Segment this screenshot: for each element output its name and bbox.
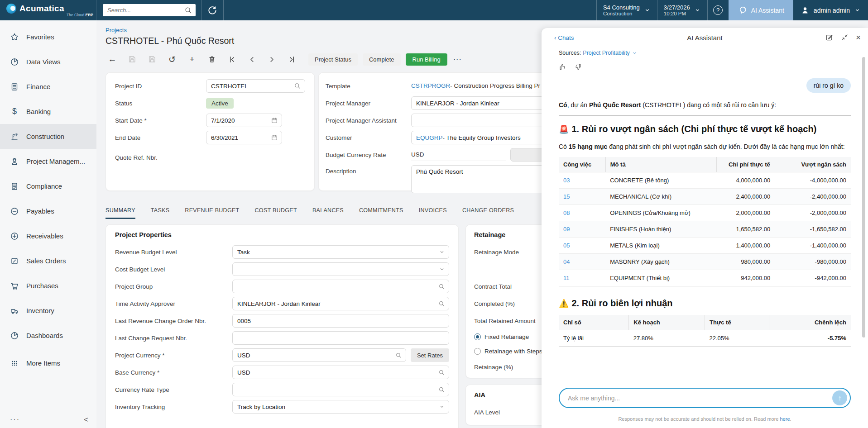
sidebar-collapse-icon[interactable]: <: [84, 415, 88, 424]
currency-rate-type-field[interactable]: [232, 383, 449, 396]
worker-icon: [10, 157, 19, 166]
search-icon[interactable]: [395, 352, 402, 359]
inventory-tracking-select[interactable]: Track by Location: [232, 400, 449, 414]
tab-commitments[interactable]: COMMITMENTS: [359, 207, 403, 219]
project-currency-field[interactable]: USD: [232, 348, 406, 362]
save-close-button[interactable]: [125, 53, 139, 66]
sidebar-item-dashboards[interactable]: Dashboards: [0, 323, 96, 348]
sidebar-item-inventory[interactable]: Inventory: [0, 298, 96, 323]
search-icon[interactable]: [438, 369, 445, 376]
base-currency-field[interactable]: USD: [232, 366, 449, 379]
trash-icon: [207, 55, 216, 64]
acumatica-logo[interactable]: Acumatica The Cloud ERP: [0, 0, 96, 20]
send-button[interactable]: ↑: [832, 390, 847, 405]
time-activity-approver-field[interactable]: KINLEARJOR - Jordan Kinlear: [232, 297, 449, 310]
revenue-budget-level-select[interactable]: Task: [232, 245, 449, 259]
chevron-down-icon[interactable]: [439, 249, 445, 255]
undo-button[interactable]: ↺: [165, 53, 179, 66]
tab-revenue-budget[interactable]: REVENUE BUDGET: [185, 207, 239, 219]
sidebar-item-purchases[interactable]: Purchases: [0, 273, 96, 298]
sidebar-item-favorites[interactable]: Favorites: [0, 24, 96, 49]
calendar-icon[interactable]: [271, 134, 278, 141]
chevron-down-icon[interactable]: [632, 50, 638, 56]
last-change-request-field[interactable]: [232, 331, 449, 345]
user-menu[interactable]: admin admin: [793, 0, 868, 20]
end-date-field[interactable]: 6/30/2021: [206, 131, 282, 144]
tab-tasks[interactable]: TASKS: [151, 207, 170, 219]
project-status-button[interactable]: Project Status: [308, 53, 358, 66]
tab-summary[interactable]: SUMMARY: [106, 207, 135, 219]
search-icon[interactable]: [294, 82, 301, 90]
sidebar-item-receivables[interactable]: Receivables: [0, 224, 96, 248]
add-record-button[interactable]: +: [185, 53, 199, 66]
close-panel-button[interactable]: ×: [856, 33, 861, 42]
search-icon[interactable]: [184, 6, 192, 14]
chat-input[interactable]: [568, 395, 832, 402]
ai-assistant-toggle[interactable]: AI Assistant: [729, 0, 793, 20]
project-group-field[interactable]: [232, 280, 449, 293]
calendar-icon[interactable]: [271, 117, 278, 124]
table-row: 11EQUIPMENT (Thiết bị)942,000.00-942,000…: [559, 270, 851, 286]
tab-balances[interactable]: BALANCES: [312, 207, 344, 219]
tab-invoices[interactable]: INVOICES: [419, 207, 447, 219]
complete-button[interactable]: Complete: [363, 53, 401, 66]
sidebar-item-sales-orders[interactable]: Sales Orders: [0, 248, 96, 273]
save-close-icon: [128, 55, 137, 64]
next-record-button[interactable]: [265, 53, 278, 66]
sidebar-item-compliance[interactable]: Compliance: [0, 174, 96, 199]
search-icon[interactable]: [438, 386, 445, 393]
first-record-button[interactable]: [225, 53, 239, 66]
thumbs-down-button[interactable]: [574, 63, 582, 71]
calculator-icon: [10, 82, 19, 91]
task-code-link[interactable]: 03: [559, 172, 605, 189]
cost-budget-level-select[interactable]: [232, 262, 449, 276]
sidebar-item-data-views[interactable]: Data Views: [0, 49, 96, 74]
delete-button[interactable]: [205, 53, 219, 66]
save-button[interactable]: [145, 53, 159, 66]
sidebar-item-payables[interactable]: Payables: [0, 199, 96, 224]
chat-scrollbar[interactable]: [862, 57, 865, 338]
search-icon[interactable]: [438, 300, 445, 307]
time-tracking-button[interactable]: [201, 0, 223, 20]
task-code-link[interactable]: 11: [559, 270, 605, 286]
last-record-button[interactable]: [285, 53, 298, 66]
tab-change-orders[interactable]: CHANGE ORDERS: [462, 207, 514, 219]
breadcrumb[interactable]: Projects: [106, 27, 127, 33]
quote-ref-field[interactable]: [206, 153, 305, 164]
sources-link[interactable]: Project Profitability: [583, 50, 630, 56]
new-chat-button[interactable]: [825, 33, 834, 42]
sidebar-more-icon[interactable]: ···: [10, 415, 20, 423]
table-row: 08OPENINGS (Cửa/Khoảng mở)2,000,000.00-2…: [559, 205, 851, 221]
template-link[interactable]: CSTRPROGR: [411, 82, 450, 89]
task-code-link[interactable]: 09: [559, 221, 605, 238]
disclaimer-link[interactable]: here: [780, 416, 790, 422]
company-branch-menu[interactable]: S4 Consulting Construction: [597, 0, 657, 20]
previous-record-button[interactable]: [245, 53, 259, 66]
task-code-link[interactable]: 15: [559, 189, 605, 205]
sidebar-item-finance[interactable]: Finance: [0, 74, 96, 99]
project-id-field[interactable]: CSTRHOTEL: [206, 79, 305, 93]
sidebar-item-project-management[interactable]: Project Managem...: [0, 149, 96, 174]
thumbs-up-button[interactable]: [559, 63, 567, 71]
sidebar-item-more-items[interactable]: More Items: [0, 351, 96, 376]
chevron-down-icon[interactable]: [439, 266, 445, 272]
table-row: 03CONCRETE (Bê tông)4,000,000.00-4,000,0…: [559, 172, 851, 189]
chevron-down-icon[interactable]: [439, 404, 445, 410]
task-code-link[interactable]: 05: [559, 238, 605, 254]
more-actions-icon[interactable]: ···: [453, 55, 462, 63]
search-icon[interactable]: [438, 283, 445, 290]
task-code-link[interactable]: 04: [559, 254, 605, 270]
help-button[interactable]: ?: [708, 0, 729, 20]
business-date-menu[interactable]: 3/27/2026 10:20 PM: [657, 0, 707, 20]
collapse-panel-button[interactable]: [841, 33, 849, 41]
back-button[interactable]: ←: [106, 53, 119, 66]
tab-cost-budget[interactable]: COST BUDGET: [255, 207, 297, 219]
start-date-field[interactable]: 7/1/2020: [206, 114, 282, 127]
sidebar-item-construction[interactable]: Construction: [0, 124, 96, 149]
run-billing-button[interactable]: Run Billing: [406, 53, 447, 66]
task-code-link[interactable]: 08: [559, 205, 605, 221]
sidebar-item-banking[interactable]: $Banking: [0, 99, 96, 124]
set-rates-button[interactable]: Set Rates: [411, 348, 449, 362]
last-revenue-change-order-field[interactable]: 0005: [232, 314, 449, 328]
customer-link[interactable]: EQUGRP: [416, 134, 443, 141]
